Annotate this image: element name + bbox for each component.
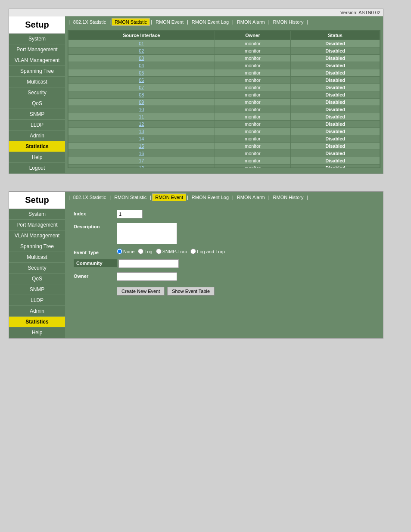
cell-owner: monitor <box>215 55 291 62</box>
radio-none-label[interactable]: None <box>117 249 134 254</box>
cell-interface[interactable]: 06 <box>68 77 215 84</box>
sidebar-item-portmgmt-p1[interactable]: Port Management <box>9 44 65 55</box>
sidebar-item-multicast-p1[interactable]: Multicast <box>9 77 65 87</box>
owner-input[interactable] <box>117 272 177 281</box>
tab-802-p1[interactable]: 802.1X Statistic <box>71 19 109 25</box>
col-header-owner: Owner <box>215 31 291 40</box>
sidebar-item-spanningtree-p2[interactable]: Spanning Tree <box>9 241 65 252</box>
sidebar-item-qos-p2[interactable]: QoS <box>9 274 65 284</box>
cell-owner: monitor <box>215 121 291 128</box>
interface-link[interactable]: 16 <box>139 151 144 156</box>
tab-rmon-statistic-p1[interactable]: RMON Statistic <box>112 18 150 26</box>
cell-interface[interactable]: 05 <box>68 69 215 77</box>
cell-interface[interactable]: 12 <box>68 121 215 128</box>
cell-interface[interactable]: 18 <box>68 165 215 168</box>
interface-link[interactable]: 15 <box>139 143 144 149</box>
radio-log-label[interactable]: Log <box>138 249 152 254</box>
show-event-table-button[interactable]: Show Event Table <box>167 287 215 296</box>
tab-rmon-statistic-p2[interactable]: RMON Statistic <box>112 194 149 201</box>
cell-interface[interactable]: 09 <box>68 99 215 106</box>
sidebar-item-help-p1[interactable]: Help <box>9 152 65 163</box>
table-scroll-container[interactable]: Source Interface Owner Status 01monitorD… <box>68 30 380 168</box>
interface-link[interactable]: 11 <box>139 114 144 119</box>
cell-interface[interactable]: 07 <box>68 84 215 91</box>
interface-link[interactable]: 05 <box>139 70 144 75</box>
interface-link[interactable]: 06 <box>139 78 144 83</box>
sidebar-item-admin-p2[interactable]: Admin <box>9 306 65 317</box>
sidebar-item-admin-p1[interactable]: Admin <box>9 131 65 141</box>
version-text: Version: ASTN0 02 <box>340 10 380 15</box>
cell-interface[interactable]: 08 <box>68 91 215 99</box>
cell-interface[interactable]: 02 <box>68 47 215 55</box>
cell-interface[interactable]: 04 <box>68 62 215 69</box>
cell-owner: monitor <box>215 47 291 55</box>
tab-rmon-eventlog-p1[interactable]: RMON Event Log <box>189 19 231 25</box>
cell-interface[interactable]: 11 <box>68 113 215 121</box>
sidebar-item-statistics-p2[interactable]: Statistics <box>9 317 65 327</box>
sidebar-item-system-p1[interactable]: System <box>9 34 65 44</box>
tab-rmon-alarm-p1[interactable]: RMON Alarm <box>234 19 268 25</box>
sidebar-item-vlanmgmt-p2[interactable]: VLAN Management <box>9 230 65 241</box>
radio-snmptrap[interactable] <box>156 249 162 254</box>
sidebar-item-lldp-p2[interactable]: LLDP <box>9 295 65 306</box>
sidebar-item-logout-p1[interactable]: Logout <box>9 163 65 174</box>
cell-interface[interactable]: 15 <box>68 143 215 150</box>
rmon-statistic-table: Source Interface Owner Status 01monitorD… <box>68 31 380 168</box>
tab-rmon-history-p1[interactable]: RMON History <box>271 19 306 25</box>
interface-link[interactable]: 17 <box>139 158 144 163</box>
sidebar-item-statistics-p1[interactable]: Statistics <box>9 141 65 152</box>
sidebar-item-multicast-p2[interactable]: Multicast <box>9 252 65 263</box>
cell-owner: monitor <box>215 40 291 47</box>
tab-rmon-history-p2[interactable]: RMON History <box>271 194 306 201</box>
sidebar-item-system-p2[interactable]: System <box>9 209 65 220</box>
interface-link[interactable]: 03 <box>139 56 144 61</box>
tab-802-p2[interactable]: 802.1X Statistic <box>71 194 109 201</box>
cell-interface[interactable]: 10 <box>68 106 215 113</box>
cell-interface[interactable]: 14 <box>68 135 215 143</box>
cell-interface[interactable]: 17 <box>68 157 215 165</box>
index-input[interactable] <box>117 210 143 218</box>
sidebar-item-snmp-p2[interactable]: SNMP <box>9 284 65 295</box>
sidebar-item-snmp-p1[interactable]: SNMP <box>9 109 65 120</box>
sidebar-item-qos-p1[interactable]: QoS <box>9 98 65 109</box>
radio-none[interactable] <box>117 249 122 254</box>
interface-link[interactable]: 13 <box>139 129 144 134</box>
sidebar-item-help-p2[interactable]: Help <box>9 327 65 338</box>
tab-rmon-alarm-p2[interactable]: RMON Alarm <box>234 194 268 201</box>
cell-status: Disabled <box>291 157 380 165</box>
description-textarea[interactable] <box>117 223 177 244</box>
interface-link[interactable]: 12 <box>139 121 144 127</box>
sidebar-item-portmgmt-p2[interactable]: Port Management <box>9 220 65 230</box>
sidebar-item-security-p2[interactable]: Security <box>9 263 65 274</box>
cell-interface[interactable]: 13 <box>68 128 215 135</box>
cell-owner: monitor <box>215 113 291 121</box>
sidebar-panel1: Setup System Port Management VLAN Manage… <box>9 16 65 174</box>
interface-link[interactable]: 14 <box>139 136 144 141</box>
cell-interface[interactable]: 16 <box>68 150 215 157</box>
interface-link[interactable]: 02 <box>139 48 144 53</box>
tab-rmon-event-p2[interactable]: RMON Event <box>152 193 186 201</box>
radio-logandtrap-label[interactable]: Log and Trap <box>190 249 225 254</box>
sidebar-item-vlanmgmt-p1[interactable]: VLAN Management <box>9 55 65 66</box>
sidebar-item-security-p1[interactable]: Security <box>9 87 65 98</box>
interface-link[interactable]: 07 <box>139 85 144 90</box>
interface-link[interactable]: 10 <box>139 107 144 112</box>
cell-interface[interactable]: 03 <box>68 55 215 62</box>
interface-link[interactable]: 01 <box>139 41 144 46</box>
interface-link[interactable]: 18 <box>139 165 144 168</box>
interface-link[interactable]: 04 <box>139 63 144 68</box>
community-input[interactable] <box>118 259 179 268</box>
tab-rmon-eventlog-p2[interactable]: RMON Event Log <box>189 194 231 201</box>
tab-rmon-event-p1[interactable]: RMON Event <box>153 19 186 25</box>
cell-interface[interactable]: 01 <box>68 40 215 47</box>
table-row: 02monitorDisabled <box>68 47 380 55</box>
sidebar-item-spanningtree-p1[interactable]: Spanning Tree <box>9 66 65 77</box>
interface-link[interactable]: 09 <box>139 100 144 105</box>
radio-logandtrap[interactable] <box>190 249 196 254</box>
table-row: 17monitorDisabled <box>68 157 380 165</box>
create-new-event-button[interactable]: Create New Event <box>117 287 165 296</box>
radio-log[interactable] <box>138 249 143 254</box>
interface-link[interactable]: 08 <box>139 92 144 97</box>
sidebar-item-lldp-p1[interactable]: LLDP <box>9 120 65 131</box>
radio-snmptrap-label[interactable]: SNMP-Trap <box>156 249 187 254</box>
